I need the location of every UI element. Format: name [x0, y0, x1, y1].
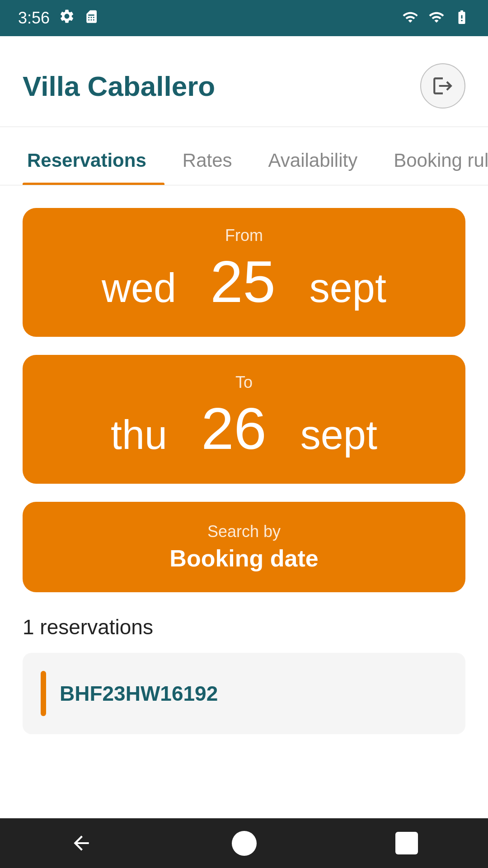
from-number: 25	[210, 249, 276, 315]
page-title: Villa Caballero	[23, 70, 215, 102]
signal-icon	[428, 9, 445, 27]
wifi-icon	[401, 9, 419, 27]
sim-icon	[84, 8, 99, 28]
tabs-container: Reservations Rates Availability Booking …	[0, 132, 488, 185]
to-number: 26	[201, 396, 267, 462]
to-day: thu	[111, 412, 167, 458]
reservation-id: BHF23HW16192	[60, 681, 218, 706]
search-card[interactable]: Search by Booking date	[23, 502, 465, 592]
logout-button[interactable]	[420, 63, 465, 108]
tab-reservations[interactable]: Reservations	[23, 132, 164, 185]
from-day: wed	[102, 265, 176, 311]
home-button[interactable]	[226, 825, 262, 861]
recents-button[interactable]	[389, 825, 425, 861]
to-date-card[interactable]: To thu 26 sept	[23, 355, 465, 484]
main-content: From wed 25 sept To thu 26 sept Search b…	[0, 185, 488, 752]
tab-rates[interactable]: Rates	[178, 132, 250, 185]
reservations-count: 1 reservations	[23, 615, 465, 639]
from-date-value: wed 25 sept	[45, 250, 443, 314]
search-value: Booking date	[45, 545, 443, 572]
to-date-value: thu 26 sept	[45, 396, 443, 461]
battery-icon	[454, 9, 470, 27]
status-bar: 3:56	[0, 0, 488, 36]
tab-booking-rule[interactable]: Booking rule	[389, 132, 488, 185]
from-date-card[interactable]: From wed 25 sept	[23, 208, 465, 337]
bottom-nav	[0, 818, 488, 868]
time-display: 3:56	[18, 9, 50, 28]
from-month: sept	[310, 265, 386, 311]
from-label: From	[45, 226, 443, 245]
to-label: To	[45, 373, 443, 392]
tab-availability[interactable]: Availability	[264, 132, 376, 185]
reservation-indicator	[41, 671, 46, 716]
search-label: Search by	[45, 522, 443, 541]
reservation-card[interactable]: BHF23HW16192	[23, 653, 465, 734]
to-month: sept	[300, 412, 377, 458]
back-button[interactable]	[63, 825, 99, 861]
header: Villa Caballero	[0, 36, 488, 127]
settings-icon	[59, 8, 75, 28]
